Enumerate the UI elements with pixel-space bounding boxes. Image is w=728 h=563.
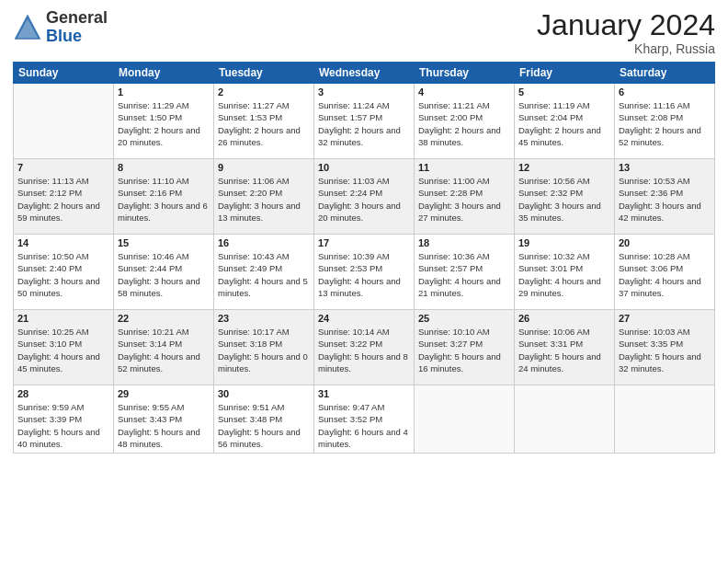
calendar-cell: [615, 385, 715, 454]
calendar-cell: 6 Sunrise: 11:16 AMSunset: 2:08 PMDaylig…: [615, 84, 715, 159]
logo-general-text: General: [46, 8, 108, 27]
day-number: 19: [518, 237, 610, 248]
calendar-cell: 15 Sunrise: 10:46 AMSunset: 2:44 PMDayli…: [114, 235, 214, 310]
cell-info: Sunrise: 9:47 AMSunset: 3:52 PMDaylight:…: [318, 402, 408, 449]
calendar-cell: 1 Sunrise: 11:29 AMSunset: 1:50 PMDaylig…: [114, 84, 214, 159]
calendar-cell: 10 Sunrise: 11:03 AMSunset: 2:24 PMDayli…: [314, 159, 415, 235]
header-row: Sunday Monday Tuesday Wednesday Thursday…: [14, 63, 715, 84]
calendar-week-3: 21 Sunrise: 10:25 AMSunset: 3:10 PMDayli…: [14, 310, 715, 385]
cell-info: Sunrise: 11:16 AMSunset: 2:08 PMDaylight…: [619, 100, 701, 147]
calendar-cell: 26 Sunrise: 10:06 AMSunset: 3:31 PMDayli…: [515, 310, 615, 385]
cell-info: Sunrise: 11:27 AMSunset: 1:53 PMDaylight…: [218, 100, 301, 147]
cell-info: Sunrise: 10:17 AMSunset: 3:18 PMDaylight…: [218, 327, 308, 373]
day-number: 28: [17, 388, 109, 399]
cell-info: Sunrise: 10:25 AMSunset: 3:10 PMDaylight…: [17, 327, 100, 373]
calendar-week-0: 1 Sunrise: 11:29 AMSunset: 1:50 PMDaylig…: [14, 84, 715, 159]
calendar-week-2: 14 Sunrise: 10:50 AMSunset: 2:40 PMDayli…: [14, 235, 715, 310]
cell-info: Sunrise: 10:21 AMSunset: 3:14 PMDaylight…: [118, 327, 200, 373]
cell-info: Sunrise: 10:28 AMSunset: 3:06 PMDaylight…: [619, 251, 701, 298]
calendar-cell: 14 Sunrise: 10:50 AMSunset: 2:40 PMDayli…: [14, 235, 114, 310]
calendar-cell: 27 Sunrise: 10:03 AMSunset: 3:35 PMDayli…: [615, 310, 715, 385]
logo-icon: [13, 13, 42, 42]
cell-info: Sunrise: 10:46 AMSunset: 2:44 PMDaylight…: [118, 251, 200, 298]
day-number: 10: [318, 162, 410, 173]
cell-info: Sunrise: 10:32 AMSunset: 3:01 PMDaylight…: [518, 251, 601, 298]
day-number: 18: [418, 237, 510, 248]
cell-info: Sunrise: 11:06 AMSunset: 2:20 PMDaylight…: [218, 176, 301, 223]
col-wednesday: Wednesday: [314, 63, 415, 84]
day-number: 16: [218, 237, 310, 248]
calendar-cell: 23 Sunrise: 10:17 AMSunset: 3:18 PMDayli…: [214, 310, 314, 385]
day-number: 21: [17, 313, 109, 324]
day-number: 20: [619, 237, 711, 248]
calendar-cell: 4 Sunrise: 11:21 AMSunset: 2:00 PMDaylig…: [415, 84, 515, 159]
day-number: 5: [518, 86, 610, 98]
day-number: 17: [318, 237, 410, 248]
cell-info: Sunrise: 11:03 AMSunset: 2:24 PMDaylight…: [318, 176, 401, 223]
cell-info: Sunrise: 9:59 AMSunset: 3:39 PMDaylight:…: [17, 402, 100, 449]
calendar-cell: 3 Sunrise: 11:24 AMSunset: 1:57 PMDaylig…: [314, 84, 415, 159]
calendar-cell: 31 Sunrise: 9:47 AMSunset: 3:52 PMDaylig…: [314, 385, 415, 454]
calendar-cell: [515, 385, 615, 454]
day-number: 11: [418, 162, 510, 173]
day-number: 14: [17, 237, 109, 248]
calendar-cell: 29 Sunrise: 9:55 AMSunset: 3:43 PMDaylig…: [114, 385, 214, 454]
calendar-cell: 5 Sunrise: 11:19 AMSunset: 2:04 PMDaylig…: [515, 84, 615, 159]
day-number: 4: [418, 86, 510, 98]
calendar-cell: 7 Sunrise: 11:13 AMSunset: 2:12 PMDaylig…: [14, 159, 114, 235]
calendar-cell: 17 Sunrise: 10:39 AMSunset: 2:53 PMDayli…: [314, 235, 415, 310]
month-title: January 2024: [537, 9, 715, 41]
logo-blue-text: Blue: [46, 27, 82, 45]
cell-info: Sunrise: 11:29 AMSunset: 1:50 PMDaylight…: [118, 100, 200, 147]
calendar-cell: 2 Sunrise: 11:27 AMSunset: 1:53 PMDaylig…: [214, 84, 314, 159]
cell-info: Sunrise: 10:03 AMSunset: 3:35 PMDaylight…: [619, 327, 701, 373]
day-number: 3: [318, 86, 410, 98]
col-tuesday: Tuesday: [214, 63, 314, 84]
calendar-cell: 16 Sunrise: 10:43 AMSunset: 2:49 PMDayli…: [214, 235, 314, 310]
day-number: 27: [619, 313, 711, 324]
col-saturday: Saturday: [615, 63, 715, 84]
logo-text: General Blue: [46, 9, 108, 46]
calendar-cell: 11 Sunrise: 11:00 AMSunset: 2:28 PMDayli…: [415, 159, 515, 235]
day-number: 15: [118, 237, 210, 248]
cell-info: Sunrise: 11:10 AMSunset: 2:16 PMDaylight…: [118, 176, 208, 223]
day-number: 26: [518, 313, 610, 324]
logo: General Blue: [13, 9, 108, 46]
calendar-cell: 21 Sunrise: 10:25 AMSunset: 3:10 PMDayli…: [14, 310, 114, 385]
calendar-cell: 18 Sunrise: 10:36 AMSunset: 2:57 PMDayli…: [415, 235, 515, 310]
calendar-cell: 9 Sunrise: 11:06 AMSunset: 2:20 PMDaylig…: [214, 159, 314, 235]
cell-info: Sunrise: 11:00 AMSunset: 2:28 PMDaylight…: [418, 176, 501, 223]
calendar-cell: 28 Sunrise: 9:59 AMSunset: 3:39 PMDaylig…: [14, 385, 114, 454]
day-number: 12: [518, 162, 610, 173]
calendar-cell: 25 Sunrise: 10:10 AMSunset: 3:27 PMDayli…: [415, 310, 515, 385]
calendar-cell: 30 Sunrise: 9:51 AMSunset: 3:48 PMDaylig…: [214, 385, 314, 454]
calendar-cell: 20 Sunrise: 10:28 AMSunset: 3:06 PMDayli…: [615, 235, 715, 310]
calendar-cell: 22 Sunrise: 10:21 AMSunset: 3:14 PMDayli…: [114, 310, 214, 385]
day-number: 31: [318, 388, 410, 399]
cell-info: Sunrise: 10:10 AMSunset: 3:27 PMDaylight…: [418, 327, 501, 373]
cell-info: Sunrise: 10:39 AMSunset: 2:53 PMDaylight…: [318, 251, 401, 298]
title-block: January 2024 Kharp, Russia: [537, 9, 715, 56]
day-number: 13: [619, 162, 711, 173]
calendar-cell: 19 Sunrise: 10:32 AMSunset: 3:01 PMDayli…: [515, 235, 615, 310]
cell-info: Sunrise: 10:36 AMSunset: 2:57 PMDaylight…: [418, 251, 501, 298]
day-number: 9: [218, 162, 310, 173]
day-number: 6: [619, 86, 711, 98]
cell-info: Sunrise: 11:19 AMSunset: 2:04 PMDaylight…: [518, 100, 601, 147]
calendar-cell: [14, 84, 114, 159]
page: General Blue January 2024 Kharp, Russia …: [0, 0, 728, 563]
cell-info: Sunrise: 10:14 AMSunset: 3:22 PMDaylight…: [318, 327, 408, 373]
day-number: 24: [318, 313, 410, 324]
day-number: 8: [118, 162, 210, 173]
cell-info: Sunrise: 10:06 AMSunset: 3:31 PMDaylight…: [518, 327, 601, 373]
calendar-week-1: 7 Sunrise: 11:13 AMSunset: 2:12 PMDaylig…: [14, 159, 715, 235]
col-friday: Friday: [515, 63, 615, 84]
cell-info: Sunrise: 10:50 AMSunset: 2:40 PMDaylight…: [17, 251, 100, 298]
calendar-cell: 13 Sunrise: 10:53 AMSunset: 2:36 PMDayli…: [615, 159, 715, 235]
day-number: 1: [118, 86, 210, 98]
cell-info: Sunrise: 9:51 AMSunset: 3:48 PMDaylight:…: [218, 402, 301, 449]
location: Kharp, Russia: [537, 41, 715, 56]
col-thursday: Thursday: [415, 63, 515, 84]
calendar-cell: 12 Sunrise: 10:56 AMSunset: 2:32 PMDayli…: [515, 159, 615, 235]
day-number: 29: [118, 388, 210, 399]
